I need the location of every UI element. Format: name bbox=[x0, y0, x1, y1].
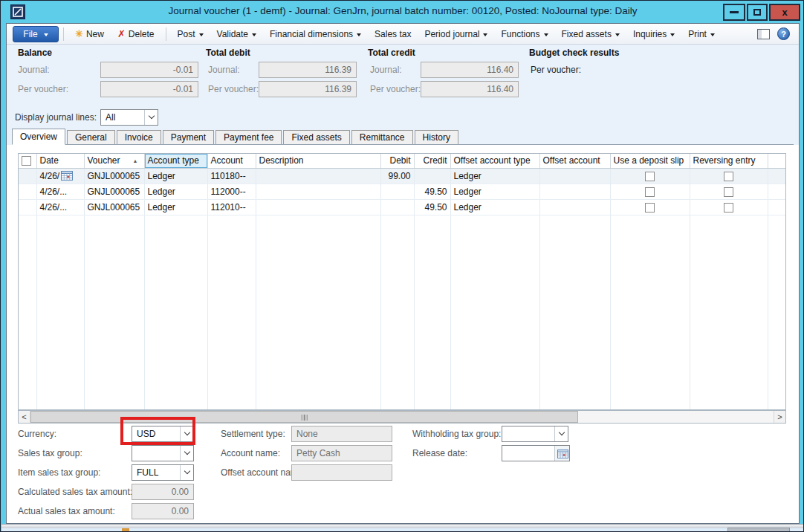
scrollbar-thumb[interactable] bbox=[30, 411, 578, 423]
chevron-down-icon bbox=[44, 33, 48, 36]
tab-payment-fee[interactable]: Payment fee bbox=[215, 130, 282, 144]
menu-post[interactable]: Post bbox=[171, 25, 210, 43]
column-header-account-type[interactable]: Account type bbox=[144, 154, 207, 168]
maximize-button[interactable] bbox=[747, 4, 768, 21]
cell-debit[interactable]: 99.00 bbox=[380, 168, 414, 184]
dropdown-arrow-icon[interactable] bbox=[180, 426, 193, 441]
column-header-credit[interactable]: Credit bbox=[414, 154, 450, 168]
cell-date[interactable]: 4/26/... bbox=[36, 184, 84, 199]
cell-account_type[interactable]: Ledger bbox=[144, 199, 207, 215]
cell-offset_account_type[interactable]: Ledger bbox=[450, 184, 539, 199]
balance-per-voucher-label: Per voucher: bbox=[18, 81, 68, 97]
tab-remittance[interactable]: Remittance bbox=[351, 130, 413, 144]
cell-credit[interactable]: 49.50 bbox=[414, 199, 450, 215]
application-window: Journal voucher (1 - demf) - Journal: Ge… bbox=[0, 0, 804, 532]
column-header-blank[interactable] bbox=[19, 154, 36, 168]
tab-general[interactable]: General bbox=[67, 130, 115, 144]
cell-reversing_entry bbox=[690, 168, 768, 184]
cell-credit[interactable]: 49.50 bbox=[414, 184, 450, 199]
reversing-entry-checkbox[interactable] bbox=[724, 187, 733, 197]
sales-tax-group-select[interactable] bbox=[132, 445, 194, 461]
dropdown-arrow-icon[interactable] bbox=[180, 446, 193, 461]
cell-debit[interactable] bbox=[380, 199, 414, 215]
cell-account[interactable]: 112000-- bbox=[207, 184, 256, 199]
menu-delete[interactable]: ✗Delete bbox=[111, 25, 161, 43]
column-header-description[interactable]: Description bbox=[256, 154, 380, 168]
cell-account_type[interactable]: Ledger bbox=[144, 184, 207, 199]
use-a-deposit-slip-checkbox[interactable] bbox=[645, 187, 655, 197]
tab-overview[interactable]: Overview bbox=[12, 129, 65, 145]
journal-line-row[interactable]: 4/26/GNJL000065Ledger110180--99.00Ledger bbox=[19, 168, 786, 184]
cell-account_type[interactable]: Ledger bbox=[144, 168, 207, 184]
cell-description[interactable] bbox=[256, 199, 380, 215]
column-header-offset-account[interactable]: Offset account bbox=[539, 154, 610, 168]
tab-strip: OverviewGeneralInvoicePaymentPayment fee… bbox=[12, 129, 794, 145]
use-a-deposit-slip-checkbox[interactable] bbox=[645, 172, 655, 181]
horizontal-scrollbar[interactable]: < > bbox=[18, 410, 786, 424]
column-header-use-a-deposit-slip[interactable]: Use a deposit slip bbox=[610, 154, 690, 168]
display-journal-lines-select[interactable]: All bbox=[100, 109, 158, 126]
scroll-left-button[interactable]: < bbox=[19, 411, 30, 423]
journal-line-row[interactable]: 4/26/...GNJL000065Ledger112000--49.50Led… bbox=[19, 184, 786, 199]
menu-functions[interactable]: Functions bbox=[494, 25, 554, 43]
menu-period-journal[interactable]: Period journal bbox=[418, 25, 494, 43]
journal-line-row[interactable]: 4/26/...GNJL000065Ledger112010--49.50Led… bbox=[19, 199, 786, 215]
cell-offset_account[interactable] bbox=[539, 184, 610, 199]
column-header-account[interactable]: Account bbox=[207, 154, 256, 168]
tab-history[interactable]: History bbox=[415, 130, 458, 144]
minimize-button[interactable] bbox=[723, 4, 745, 21]
calendar-picker-button[interactable] bbox=[554, 446, 569, 461]
cell-voucher[interactable]: GNJL000065 bbox=[84, 168, 144, 184]
column-header-date[interactable]: Date bbox=[36, 154, 84, 168]
dropdown-arrow-icon[interactable] bbox=[144, 110, 158, 125]
tab-payment[interactable]: Payment bbox=[163, 130, 214, 144]
cell-offset_account_type[interactable]: Ledger bbox=[450, 168, 539, 184]
tab-fixed-assets[interactable]: Fixed assets bbox=[283, 130, 349, 144]
file-menu-button[interactable]: File bbox=[13, 26, 59, 42]
reversing-entry-checkbox[interactable] bbox=[724, 172, 733, 181]
cell-date[interactable]: 4/26/ bbox=[36, 168, 84, 184]
help-icon[interactable]: ? bbox=[777, 27, 790, 40]
menu-print[interactable]: Print bbox=[681, 25, 722, 43]
release-date-input[interactable] bbox=[502, 445, 570, 461]
cell-filler bbox=[768, 199, 786, 215]
column-header-reversing-entry[interactable]: Reversing entry bbox=[690, 154, 768, 168]
grid-empty-area bbox=[19, 215, 786, 409]
withholding-tax-group-select[interactable] bbox=[502, 426, 568, 442]
cell-voucher[interactable]: GNJL000065 bbox=[84, 184, 144, 199]
currency-select[interactable]: USD bbox=[132, 426, 194, 442]
select-all-checkbox[interactable] bbox=[22, 156, 31, 166]
file-menu-label: File bbox=[23, 29, 37, 39]
column-header-voucher[interactable]: Voucher▲ bbox=[84, 154, 144, 168]
cell-offset_account[interactable] bbox=[539, 168, 610, 184]
menu-inquiries[interactable]: Inquiries bbox=[626, 25, 681, 43]
calendar-icon bbox=[61, 170, 73, 181]
layout-pane-icon[interactable] bbox=[757, 29, 770, 39]
menu-validate[interactable]: Validate bbox=[210, 25, 263, 43]
menu-label: Period journal bbox=[424, 29, 479, 39]
tab-invoice[interactable]: Invoice bbox=[117, 130, 161, 144]
reversing-entry-checkbox[interactable] bbox=[724, 203, 733, 213]
column-header-debit[interactable]: Debit bbox=[380, 154, 414, 168]
use-a-deposit-slip-checkbox[interactable] bbox=[645, 203, 655, 213]
menu-financial-dimensions[interactable]: Financial dimensions bbox=[263, 25, 368, 43]
cell-description[interactable] bbox=[256, 184, 380, 199]
cell-offset_account[interactable] bbox=[539, 199, 610, 215]
cell-credit[interactable] bbox=[414, 168, 450, 184]
cell-voucher[interactable]: GNJL000065 bbox=[84, 199, 144, 215]
item-sales-tax-group-select[interactable]: FULL bbox=[132, 464, 194, 481]
cell-description[interactable] bbox=[256, 168, 380, 184]
scroll-right-button[interactable]: > bbox=[774, 411, 785, 423]
cell-account[interactable]: 110180-- bbox=[207, 168, 256, 184]
menu-new[interactable]: ✳New bbox=[68, 25, 111, 43]
close-button[interactable]: x bbox=[769, 4, 800, 21]
cell-date[interactable]: 4/26/... bbox=[36, 199, 84, 215]
menu-fixed-assets[interactable]: Fixed assets bbox=[555, 25, 626, 43]
menu-sales-tax[interactable]: Sales tax bbox=[368, 25, 418, 43]
cell-offset_account_type[interactable]: Ledger bbox=[450, 199, 539, 215]
dropdown-arrow-icon[interactable] bbox=[180, 465, 193, 480]
column-header-offset-account-type[interactable]: Offset account type bbox=[450, 154, 539, 168]
cell-account[interactable]: 112010-- bbox=[207, 199, 256, 215]
dropdown-arrow-icon[interactable] bbox=[554, 426, 568, 441]
cell-debit[interactable] bbox=[380, 184, 414, 199]
